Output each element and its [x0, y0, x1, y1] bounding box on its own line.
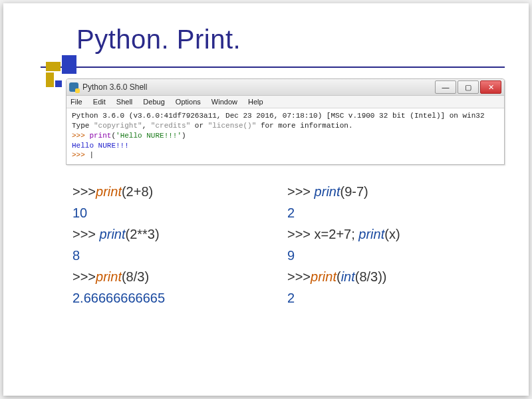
- examples-left: >>>print(2+8) 10 >>> print(2**3) 8 >>>pr…: [72, 181, 287, 309]
- shell-body[interactable]: Python 3.6.0 (v3.6.0:41df79263a11, Dec 2…: [66, 108, 504, 164]
- example-output: 2.66666666665: [72, 287, 287, 309]
- slide-title: Python. Print.: [76, 25, 529, 55]
- example-line: >>> print(2**3): [72, 223, 287, 245]
- menu-window[interactable]: Window: [211, 98, 237, 106]
- window-buttons: — ▢ ✕: [434, 80, 501, 94]
- menu-help[interactable]: Help: [248, 98, 263, 106]
- example-output: 2: [287, 202, 502, 223]
- deco-square: [46, 62, 61, 71]
- menu-shell[interactable]: Shell: [116, 98, 132, 106]
- example-output: 10: [72, 202, 287, 223]
- titlebar: Python 3.6.0 Shell — ▢ ✕: [66, 79, 504, 96]
- examples: >>>print(2+8) 10 >>> print(2**3) 8 >>>pr…: [3, 174, 529, 309]
- example-line: >>>print(2+8): [72, 181, 287, 202]
- deco-square: [62, 55, 76, 74]
- examples-right: >>> print(9-7) 2 >>> x=2+7; print(x) 9 >…: [287, 181, 502, 309]
- menu-debug[interactable]: Debug: [143, 98, 164, 106]
- output-hello: Hello NURE!!!: [72, 142, 129, 150]
- close-button[interactable]: ✕: [480, 80, 501, 94]
- slide: Python. Print. Python 3.6.0 Shell — ▢ ✕ …: [3, 3, 529, 396]
- example-output: 8: [72, 245, 287, 266]
- example-line: >>>print(int(8/3)): [287, 266, 502, 287]
- python-icon: [69, 82, 78, 92]
- example-line: >>>print(8/3): [72, 266, 287, 287]
- example-line: >>> print(9-7): [287, 181, 502, 202]
- deco-square: [55, 80, 62, 87]
- maximize-button[interactable]: ▢: [458, 80, 479, 94]
- menu-edit[interactable]: Edit: [93, 98, 106, 106]
- prompt-line-2: >>> |: [72, 151, 94, 159]
- example-output: 2: [287, 287, 502, 309]
- menubar: File Edit Shell Debug Options Window Hel…: [66, 96, 504, 108]
- title-row: Python. Print.: [3, 3, 529, 66]
- python-shell-window: Python 3.6.0 Shell — ▢ ✕ File Edit Shell…: [66, 78, 505, 165]
- window-title: Python 3.6.0 Shell: [82, 82, 434, 92]
- menu-options[interactable]: Options: [176, 98, 201, 106]
- title-divider: [41, 66, 505, 68]
- minimize-button[interactable]: —: [435, 80, 456, 94]
- hint-line: Type "copyright", "credits" or "license(…: [72, 122, 353, 130]
- prompt-line-1: >>> print('Hello NURE!!!'): [72, 132, 186, 140]
- version-line: Python 3.6.0 (v3.6.0:41df79263a11, Dec 2…: [72, 112, 485, 120]
- example-line: >>> x=2+7; print(x): [287, 223, 502, 245]
- example-output: 9: [287, 245, 502, 266]
- menu-file[interactable]: File: [70, 98, 82, 106]
- deco-square: [46, 72, 54, 87]
